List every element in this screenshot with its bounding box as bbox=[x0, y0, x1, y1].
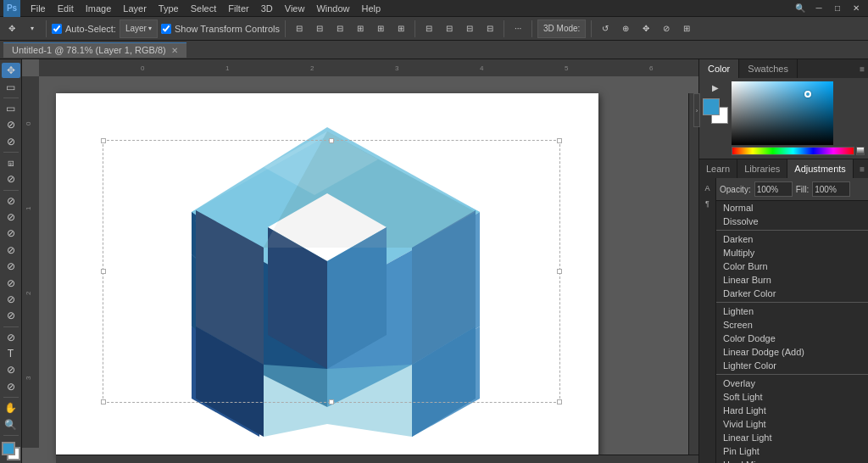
blend-pin-light[interactable]: Pin Light bbox=[716, 444, 868, 458]
blend-overlay[interactable]: Overlay bbox=[716, 377, 868, 390]
menu-view[interactable]: View bbox=[280, 2, 310, 15]
color-panel-menu[interactable]: ≡ bbox=[856, 59, 868, 78]
blend-vivid-light[interactable]: Vivid Light bbox=[716, 417, 868, 431]
blend-darker-color[interactable]: Darker Color bbox=[716, 287, 868, 300]
menu-type[interactable]: Type bbox=[153, 2, 184, 15]
move-tool[interactable]: ✥ bbox=[2, 63, 20, 78]
lasso-tool[interactable]: ⊘ bbox=[2, 117, 20, 132]
blend-color-burn[interactable]: Color Burn bbox=[716, 259, 868, 273]
tab-learn[interactable]: Learn bbox=[699, 159, 737, 178]
menu-file[interactable]: File bbox=[25, 2, 51, 15]
scale-3d-icon[interactable]: ⊞ bbox=[678, 20, 695, 37]
blend-soft-light[interactable]: Soft Light bbox=[716, 390, 868, 404]
blend-lighten[interactable]: Lighten bbox=[716, 304, 868, 318]
rotate-3d-icon[interactable]: ↺ bbox=[597, 20, 614, 37]
menu-window[interactable]: Window bbox=[311, 2, 354, 15]
opacity-input[interactable]: 100% bbox=[754, 181, 793, 197]
distribute-h-icon[interactable]: ⊟ bbox=[441, 20, 458, 37]
distribute-more-icon[interactable]: ⊟ bbox=[481, 20, 498, 37]
align-left-icon[interactable]: ⊟ bbox=[291, 20, 308, 37]
tab-swatches[interactable]: Swatches bbox=[739, 59, 798, 78]
pen-tool[interactable]: ⊘ bbox=[2, 329, 20, 344]
move-tool-icon[interactable]: ✥ bbox=[3, 20, 20, 37]
artboard-tool[interactable]: ▭ bbox=[2, 79, 20, 94]
zoom-tool[interactable]: 🔍 bbox=[2, 416, 20, 432]
hand-tool[interactable]: ✋ bbox=[2, 400, 20, 416]
alpha-bar[interactable] bbox=[856, 147, 865, 155]
horizontal-scrollbar[interactable] bbox=[56, 455, 698, 463]
blend-darken[interactable]: Darken bbox=[716, 232, 868, 246]
menu-image[interactable]: Image bbox=[81, 2, 117, 15]
blend-hard-light[interactable]: Hard Light bbox=[716, 404, 868, 417]
fg-swatch[interactable] bbox=[703, 98, 720, 115]
align-center-v-icon[interactable]: ⊞ bbox=[372, 20, 389, 37]
align-right-icon[interactable]: ⊟ bbox=[331, 20, 348, 37]
clone-tool[interactable]: ⊘ bbox=[2, 226, 20, 241]
auto-select-type[interactable]: Layer ▾ bbox=[120, 20, 158, 38]
maximize-icon[interactable]: □ bbox=[829, 0, 846, 17]
vertical-scrollbar[interactable] bbox=[688, 93, 698, 455]
3d-mode-btn[interactable]: 3D Mode: bbox=[537, 20, 586, 38]
type-tool[interactable]: T bbox=[2, 346, 20, 361]
slide-3d-icon[interactable]: ⊘ bbox=[658, 20, 675, 37]
blend-screen[interactable]: Screen bbox=[716, 318, 868, 332]
close-icon[interactable]: ✕ bbox=[848, 0, 865, 17]
panel-tool-2[interactable]: ¶ bbox=[701, 197, 715, 210]
marquee-tool[interactable]: ▭ bbox=[2, 101, 20, 116]
align-center-h-icon[interactable]: ⊟ bbox=[311, 20, 328, 37]
move-options-icon[interactable]: ▾ bbox=[24, 20, 41, 37]
distribute-v-icon[interactable]: ⊟ bbox=[461, 20, 478, 37]
foreground-color[interactable] bbox=[2, 442, 15, 455]
blend-lighter-color[interactable]: Lighter Color bbox=[716, 359, 868, 372]
document-tab-close[interactable]: ✕ bbox=[171, 46, 178, 55]
orbit-icon[interactable]: ⊕ bbox=[617, 20, 634, 37]
auto-select-checkbox[interactable] bbox=[52, 24, 62, 34]
path-sel-tool[interactable]: ⊘ bbox=[2, 362, 20, 377]
menu-layer[interactable]: Layer bbox=[118, 2, 152, 15]
hue-bar[interactable] bbox=[732, 147, 854, 155]
shape-tool[interactable]: ⊘ bbox=[2, 379, 20, 394]
menu-3d[interactable]: 3D bbox=[256, 2, 278, 15]
blend-multiply[interactable]: Multiply bbox=[716, 246, 868, 259]
gradient-tool[interactable]: ⊘ bbox=[2, 275, 20, 290]
tab-adjustments[interactable]: Adjustments bbox=[787, 159, 854, 178]
menu-edit[interactable]: Edit bbox=[53, 2, 79, 15]
blend-color-dodge[interactable]: Color Dodge bbox=[716, 332, 868, 345]
panel-tool-1[interactable]: A bbox=[701, 181, 715, 195]
magic-wand-tool[interactable]: ⊘ bbox=[2, 133, 20, 148]
align-top-icon[interactable]: ⊞ bbox=[352, 20, 369, 37]
blend-linear-light[interactable]: Linear Light bbox=[716, 431, 868, 444]
blend-normal[interactable]: Normal bbox=[716, 201, 868, 215]
pan-3d-icon[interactable]: ✥ bbox=[637, 20, 654, 37]
play-btn[interactable]: ▶ bbox=[709, 81, 721, 93]
adj-panel-menu[interactable]: ≡ bbox=[856, 159, 868, 178]
fill-input[interactable]: 100% bbox=[812, 181, 850, 197]
dodge-tool[interactable]: ⊘ bbox=[2, 308, 20, 323]
menu-select[interactable]: Select bbox=[186, 2, 222, 15]
search-icon[interactable]: 🔍 bbox=[792, 0, 809, 17]
crop-tool[interactable]: ⧆ bbox=[2, 155, 20, 170]
document-tab[interactable]: Untitled-1 @ 78.1% (Layer 1, RGB/8) ✕ bbox=[3, 42, 186, 58]
blend-linear-burn[interactable]: Linear Burn bbox=[716, 273, 868, 287]
align-bottom-icon[interactable]: ⊞ bbox=[392, 20, 409, 37]
history-brush-tool[interactable]: ⊘ bbox=[2, 243, 20, 258]
menu-filter[interactable]: Filter bbox=[223, 2, 253, 15]
color-spectrum[interactable] bbox=[732, 81, 833, 145]
more-options-icon[interactable]: ··· bbox=[509, 20, 526, 37]
tab-libraries[interactable]: Libraries bbox=[737, 159, 787, 178]
canvas-viewport[interactable] bbox=[39, 76, 698, 463]
blur-tool[interactable]: ⊘ bbox=[2, 292, 20, 307]
menu-help[interactable]: Help bbox=[357, 2, 387, 15]
tab-color[interactable]: Color bbox=[699, 59, 739, 78]
eraser-tool[interactable]: ⊘ bbox=[2, 259, 20, 274]
blend-hard-mix[interactable]: Hard Mix bbox=[716, 458, 868, 463]
eyedropper-tool[interactable]: ⊘ bbox=[2, 171, 20, 187]
transform-checkbox[interactable] bbox=[161, 24, 171, 34]
minimize-icon[interactable]: ─ bbox=[810, 0, 827, 17]
brush-tool[interactable]: ⊘ bbox=[2, 209, 20, 225]
blend-dissolve[interactable]: Dissolve bbox=[716, 215, 868, 228]
distribute-icons[interactable]: ⊟ bbox=[420, 20, 437, 37]
spot-heal-tool[interactable]: ⊘ bbox=[2, 192, 20, 208]
blend-linear-dodge[interactable]: Linear Dodge (Add) bbox=[716, 345, 868, 359]
panel-collapse-btn[interactable]: › bbox=[693, 93, 700, 127]
